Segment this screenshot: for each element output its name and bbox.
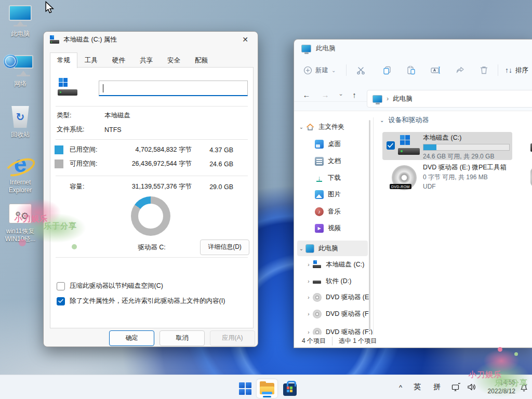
internet-explorer-icon: e [0,153,41,178]
cut-button[interactable] [356,62,366,78]
ime-language-pinyin[interactable]: 拼 [433,375,441,399]
tray-expand-button[interactable]: ^ [399,375,402,399]
details-button[interactable]: 详细信息(D) [200,240,249,255]
taskbar-clock[interactable]: 14:55 2022/8/12 [488,378,515,396]
checkbox-unchecked[interactable] [57,282,65,290]
sidebar-item-drive-d[interactable]: › 软件 (D:) [297,273,373,289]
copy-button[interactable] [382,62,392,78]
sidebar-item-drive-c[interactable]: › 本地磁盘 (C:) [297,257,373,272]
item-checkbox-checked[interactable] [387,141,395,150]
this-pc-icon [373,95,382,103]
selected-count: 选中 1 个项目 [332,337,377,345]
tab-tools[interactable]: 工具 [77,52,105,68]
tab-hardware[interactable]: 硬件 [105,52,132,68]
cancel-button[interactable]: 取消 [159,330,205,346]
volume-icon[interactable] [467,375,477,399]
drive-item-dvd-e[interactable]: DVD-ROM DVD 驱动器 (E:) 微PE工具箱 0 字节 可用, 共 1… [382,163,512,194]
sidebar-item-documents[interactable]: 文档 [297,153,373,169]
dialog-titlebar[interactable]: 本地磁盘 (C:) 属性 ✕ [44,32,258,47]
ime-language-en[interactable]: 英 [414,375,421,399]
videos-icon: ▶ [315,224,324,233]
chevron-down-icon: ⌄ [331,68,336,73]
chevron-closed-icon: › [304,311,313,317]
usage-donut [131,196,170,236]
mouse-cursor [45,1,55,16]
files-pane: ⌄ 设备和驱动器 本地磁盘 (C:) 24.6 GB 可用, 共 29.0 GB [374,111,532,335]
type-row: 类型: 本地磁盘 [50,111,253,120]
dvd-icon: DVD-ROM [392,165,417,190]
sidebar-item-videos[interactable]: ▶ 视频 [297,220,373,236]
sidebar-item-dvd-e[interactable]: › DVD 驱动器 (E [297,289,373,305]
folder-icon [260,383,274,394]
ok-button[interactable]: 确定 [109,330,154,346]
chevron-open-icon: ⌄ [297,124,305,130]
drive-name: DVD 驱动器 (E:) 微PE工具箱 [423,163,510,172]
desktop-icon-label: 回收站 [0,131,41,139]
desktop-icon-internet-explorer[interactable]: e Internet Explorer [0,153,41,194]
desktop-folder-icon [315,140,324,149]
notification-bell-icon[interactable]: z [519,375,529,399]
sidebar-item-desktop[interactable]: 桌面 [297,136,373,152]
index-checkbox-row[interactable]: 除了文件属性外，还允许索引此驱动器上文件的内容(I) [57,297,225,305]
sidebar-item-this-pc[interactable]: ⌄ 此电脑 [297,241,368,256]
compress-checkbox-row[interactable]: 压缩此驱动器以节约磁盘空间(C) [57,282,163,290]
used-space-row: 已用空间: 4,702,584,832 字节 4.37 GB [50,145,253,154]
paste-button[interactable] [406,62,416,78]
desktop-icon-this-pc[interactable]: 此电脑 [0,4,41,38]
delete-button[interactable] [480,62,488,78]
trash-icon [480,65,488,75]
tab-security[interactable]: 安全 [160,52,188,68]
tab-sharing[interactable]: 共享 [132,52,160,68]
sidebar-item-dvd-f[interactable]: › DVD 驱动器 (F [297,306,373,322]
drive-item-c[interactable]: 本地磁盘 (C:) 24.6 GB 可用, 共 29.0 GB [382,132,512,160]
recent-dropdown[interactable]: ⌄ [335,90,347,97]
explorer-titlebar[interactable]: 此电脑 [294,39,336,57]
drive-filesystem: UDF [423,183,510,190]
dialog-title: 本地磁盘 (C:) 属性 [63,35,117,44]
sidebar-item-pictures[interactable]: 图片 [297,187,373,202]
tab-quota[interactable]: 配额 [188,52,215,68]
taskbar: ^ 英 拼 14:55 2022/8/12 z [0,375,532,399]
desktop-icon-win11-restore[interactable]: ⚙⚙ win11恢复WIN10经... [0,202,41,243]
up-button[interactable]: ↑ [348,90,361,99]
chevron-closed-icon: › [304,262,313,268]
sidebar-item-music[interactable]: ♪ 音乐 [297,204,373,219]
share-button[interactable] [455,62,465,78]
chevron-closed-icon: › [304,295,313,300]
sidebar-item-downloads[interactable]: ↓ 下载 [297,170,373,185]
sidebar-scrollbar[interactable] [369,120,370,330]
network-icon [0,54,41,79]
desktop-icon-recycle-bin[interactable]: ↻ 回收站 [0,105,41,139]
system-tray: ^ 英 拼 14:55 2022/8/12 z [395,375,532,399]
command-bar: 新建 ⌄ ↑↓ 排序 [294,57,532,84]
taskbar-microsoft-store[interactable] [280,379,300,398]
music-icon: ♪ [315,207,324,216]
breadcrumb[interactable]: 此电脑 [393,95,413,103]
desktop-icon-label: win11恢复WIN10经... [0,228,41,243]
tab-general[interactable]: 常规 [50,52,77,68]
section-header-devices[interactable]: ⌄ 设备和驱动器 [380,115,429,125]
start-button[interactable] [235,379,256,398]
drive-c-icon [313,260,322,269]
dvd-icon [313,293,322,302]
new-button[interactable]: 新建 ⌄ [303,62,336,78]
explorer-title: 此电脑 [316,44,336,53]
drive-c-icon [398,135,421,156]
desktop-icon-network[interactable]: 网络 [0,54,41,88]
sidebar-item-dvd-partial[interactable]: › DVD 驱动器 (F:) [297,324,373,336]
back-button[interactable]: ← [300,90,313,99]
sort-button[interactable]: ↑↓ 排序 [505,62,528,78]
recycle-bin-icon: ↻ [0,105,41,130]
network-icon[interactable] [451,375,461,399]
forward-button[interactable]: → [319,90,331,99]
close-icon[interactable]: ✕ [239,35,251,44]
disk-properties-dialog: 本地磁盘 (C:) 属性 ✕ 常规 工具 硬件 共享 安全 配额 类型: 本地磁… [43,31,258,347]
address-bar[interactable]: › 此电脑 [367,90,532,108]
rename-button[interactable] [430,62,441,78]
taskbar-file-explorer[interactable] [257,379,277,398]
checkbox-checked[interactable] [57,297,65,305]
used-swatch [55,145,63,154]
desktop-icon-label: 网络 [0,80,41,88]
volume-label-input[interactable] [99,81,248,96]
sidebar-item-home[interactable]: ⌄ 主文件夹 [297,119,368,135]
